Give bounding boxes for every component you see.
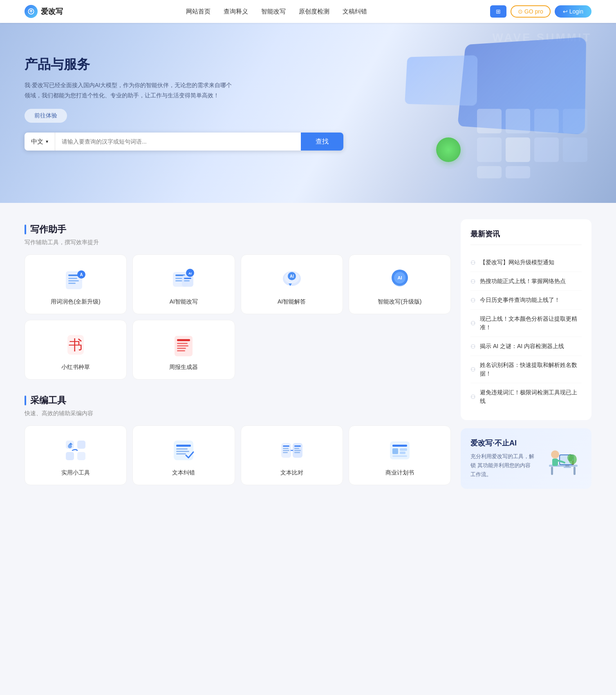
svg-rect-5 <box>477 137 502 162</box>
weekly-report-icon <box>170 332 197 358</box>
hero-content: 产品与服务 我·爱改写已经全面接入国内AI大模型，作为你的智能伙伴，无论您的需求… <box>0 23 616 123</box>
go-pro-button[interactable]: ⊙ GO pro <box>511 5 551 18</box>
nav-rewrite[interactable]: 智能改写 <box>261 8 286 16</box>
svg-rect-16 <box>68 278 77 279</box>
hero-green-sphere <box>436 137 461 162</box>
nav-home[interactable]: 网站首页 <box>186 8 211 16</box>
tool-label-text-proofread: 文本纠错 <box>172 469 195 477</box>
link-icon-1: ⚇ <box>470 278 476 285</box>
hero-title: 产品与服务 <box>25 56 591 74</box>
news-title: 最新资讯 <box>470 229 582 245</box>
main-content: 写作助手 写作辅助工具，撰写效率提升 A <box>0 203 616 516</box>
tool-label-writing-color: 用词润色(全新升级) <box>51 298 100 306</box>
news-text-1: 热搜功能正式上线！掌握网络热点 <box>480 277 566 286</box>
svg-rect-57 <box>283 445 289 447</box>
svg-rect-79 <box>552 459 558 466</box>
logo-icon <box>25 5 38 18</box>
promo-panel: 爱改写·不止AI 充分利用爱改写的工具，解锁 其功能并利用您的内容工作流。 <box>461 428 591 489</box>
svg-rect-68 <box>400 448 407 451</box>
svg-rect-42 <box>177 345 188 346</box>
tool-card-ai-rewrite[interactable]: AI AI智能改写 <box>132 254 235 314</box>
tool-label-ai-answer: AI智能解答 <box>278 298 306 306</box>
right-panel: 最新资讯 ⚇ 【爱改写】网站升级模型通知 ⚇ 热搜功能正式上线！掌握网络热点 ⚇… <box>461 219 591 500</box>
news-item-1[interactable]: ⚇ 热搜功能正式上线！掌握网络热点 <box>470 272 582 291</box>
svg-rect-41 <box>177 343 188 344</box>
search-button[interactable]: 查找 <box>301 133 343 151</box>
go-icon: ⊙ <box>518 8 523 15</box>
svg-rect-6 <box>506 137 530 162</box>
svg-rect-60 <box>283 452 288 453</box>
xiaohongshu-icon: 书 <box>63 332 89 358</box>
svg-rect-44 <box>177 350 185 351</box>
ai-answer-icon: AI <box>279 266 305 292</box>
text-compare-icon <box>279 437 305 463</box>
news-panel: 最新资讯 ⚇ 【爱改写】网站升级模型通知 ⚇ 热搜功能正式上线！掌握网络热点 ⚇… <box>461 219 591 420</box>
chevron-down-icon: ▾ <box>46 139 48 144</box>
svg-rect-66 <box>392 445 407 447</box>
tool-card-smart-rewrite-pro[interactable]: AI 智能改写(升级版) <box>349 254 451 314</box>
writing-section-title: 写作助手 <box>25 223 451 236</box>
svg-rect-73 <box>573 467 576 475</box>
hero-experience-button[interactable]: 前往体验 <box>25 109 67 123</box>
link-icon-0: ⚇ <box>470 259 476 266</box>
promo-text: 爱改写·不止AI 充分利用爱改写的工具，解锁 其功能并利用您的内容工作流。 <box>470 438 534 479</box>
search-input[interactable] <box>55 133 301 151</box>
tool-label-utils: 实用小工具 <box>61 469 90 477</box>
apps-button[interactable]: ⊞ <box>490 5 506 18</box>
svg-rect-40 <box>177 339 190 341</box>
promo-image <box>541 438 582 479</box>
hero-section: WAVE SUMMIT 产品与服务 我·爱改写已经全面接入国内AI大模型，作为你… <box>0 23 616 203</box>
news-text-2: 今日历史事件查询功能上线了！ <box>480 296 560 304</box>
svg-rect-59 <box>283 450 289 451</box>
news-item-6[interactable]: ⚇ 避免违规词汇！极限词检测工具现已上线 <box>470 383 582 410</box>
caijian-section-bar <box>25 396 26 405</box>
svg-rect-26 <box>184 278 191 279</box>
tool-card-weekly-report[interactable]: 周报生成器 <box>132 320 235 380</box>
news-text-3: 现已上线！文本颜色分析器让提取更精准！ <box>480 315 582 332</box>
svg-text:AI: AI <box>290 274 294 279</box>
tool-card-writing-color[interactable]: A 用词润色(全新升级) <box>25 254 127 314</box>
text-proofread-icon <box>170 437 197 463</box>
svg-text:书: 书 <box>69 337 83 353</box>
nav-proofread[interactable]: 文稿纠错 <box>343 8 367 16</box>
tool-label-smart-rewrite-pro: 智能改写(升级版) <box>378 298 421 306</box>
nav-originality[interactable]: 原创度检测 <box>299 8 329 16</box>
tool-card-text-compare[interactable]: 文本比对 <box>241 425 343 485</box>
writing-subtitle: 写作辅助工具，撰写效率提升 <box>25 239 451 246</box>
tool-card-xiaohongshu[interactable]: 书 小红书种草 <box>25 320 127 380</box>
svg-rect-62 <box>294 448 299 449</box>
tool-label-ai-rewrite: AI智能改写 <box>170 298 198 306</box>
svg-rect-58 <box>283 448 289 449</box>
svg-rect-69 <box>400 452 405 454</box>
news-item-0[interactable]: ⚇ 【爱改写】网站升级模型通知 <box>470 253 582 272</box>
tool-card-ai-answer[interactable]: AI AI智能解答 <box>241 254 343 314</box>
news-item-2[interactable]: ⚇ 今日历史事件查询功能上线了！ <box>470 291 582 310</box>
svg-text:A: A <box>80 272 83 277</box>
svg-rect-48 <box>77 452 85 460</box>
logo[interactable]: 爱改写 <box>25 5 63 18</box>
apps-grid-icon: ⊞ <box>496 8 501 15</box>
news-item-4[interactable]: ⚇ 揭示 AI 之谜：AI 内容检测器上线 <box>470 337 582 356</box>
svg-rect-27 <box>184 280 190 281</box>
svg-rect-18 <box>68 283 76 284</box>
svg-rect-9 <box>477 166 502 178</box>
svg-rect-64 <box>294 452 300 453</box>
tool-label-text-compare: 文本比对 <box>280 469 303 477</box>
svg-rect-67 <box>392 448 398 454</box>
promo-title: 爱改写·不止AI <box>470 438 534 448</box>
nav-query[interactable]: 查询释义 <box>224 8 248 16</box>
promo-desc: 充分利用爱改写的工具，解锁 其功能并利用您的内容工作流。 <box>470 452 534 479</box>
caijian-subtitle: 快速、高效的辅助采编内容 <box>25 410 451 417</box>
news-item-3[interactable]: ⚇ 现已上线！文本颜色分析器让提取更精准！ <box>470 310 582 337</box>
svg-rect-52 <box>176 448 188 450</box>
section-bar <box>25 225 26 234</box>
search-lang-selector[interactable]: 中文 ▾ <box>25 133 55 151</box>
svg-rect-7 <box>534 137 559 162</box>
tool-label-business-plan: 商业计划书 <box>385 469 414 477</box>
tool-card-utils[interactable]: 实用小工具 <box>25 425 127 485</box>
news-item-5[interactable]: ⚇ 姓名识别利器：快速提取和解析姓名数据！ <box>470 356 582 383</box>
tool-card-text-proofread[interactable]: 文本纠错 <box>132 425 235 485</box>
tool-card-business-plan[interactable]: 商业计划书 <box>349 425 451 485</box>
tool-label-weekly-report: 周报生成器 <box>169 364 198 371</box>
login-button[interactable]: ↩ Login <box>555 5 591 18</box>
